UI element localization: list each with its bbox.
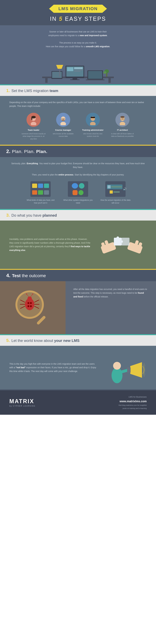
svg-point-58: [28, 305, 29, 307]
svg-marker-20: [56, 65, 63, 69]
step5-header: 5. Let the world know about your new LMS: [0, 335, 156, 346]
integration-icon-4: [78, 190, 84, 195]
svg-marker-73: [130, 362, 142, 378]
step5-title: Let the world know about your new LMS: [12, 338, 80, 343]
svg-point-50: [120, 240, 123, 243]
data-icon-4: [32, 190, 37, 195]
svg-rect-2: [108, 78, 111, 83]
member-desc-it: to deal with all those tables of data as…: [110, 132, 135, 138]
member-title-trainer: Training administrator: [80, 128, 105, 132]
step2-body: Seriously, plan. Everything. You need to…: [0, 157, 156, 209]
step2-number: 2.: [6, 148, 10, 154]
integration-icon-3: [72, 190, 78, 195]
svg-rect-13: [86, 80, 104, 80]
banner-title: LMS MIGRATION: [49, 5, 107, 13]
svg-rect-9: [74, 70, 83, 70]
footer-website: www.matrixlms.com: [118, 399, 147, 404]
team-member-leader: Team leader someone who'll know exactly …: [21, 113, 46, 140]
svg-point-47: [116, 236, 119, 239]
team-grid: Team leader someone who'll know exactly …: [9, 113, 147, 140]
step1-description: Depending on the size of your company an…: [9, 100, 147, 108]
intro-line1: Sooner or later all businesses that use …: [19, 30, 137, 34]
plan-item-migration-label: How the actual migration of the data wil…: [100, 199, 131, 204]
svg-point-68: [26, 294, 27, 294]
svg-point-57: [30, 302, 32, 304]
header-subtitle: IN 5 EASY STEPS: [3, 16, 153, 22]
step3-text: Inevitably, new problems and unplanned i…: [9, 238, 90, 252]
avatar-it: [116, 113, 130, 127]
step3-para: Inevitably, new problems and unplanned i…: [9, 238, 90, 252]
step4-para: After all the data migration has occurre…: [73, 288, 148, 298]
svg-rect-10: [74, 71, 80, 72]
step5-text: This is the day you high-five with every…: [9, 362, 97, 373]
svg-point-69: [32, 294, 33, 294]
member-title-leader: Team leader: [21, 128, 46, 132]
step5-body: This is the day you high-five with every…: [0, 346, 156, 390]
svg-point-35: [120, 122, 125, 125]
svg-point-22: [31, 122, 36, 125]
plan-item-data: What kinds of data you have, and how you…: [25, 181, 56, 204]
step1-title: Set the LMS migration team: [12, 88, 58, 93]
svg-point-55: [28, 296, 32, 301]
logo-main: MATRIX: [9, 398, 36, 404]
step1-body: Depending on the size of your company an…: [0, 96, 156, 145]
integration-icon-1: [72, 183, 78, 188]
svg-rect-74: [127, 367, 130, 372]
footer-right: LMS for Businesses www.matrixlms.com Vis…: [118, 395, 147, 410]
intro-section: Sooner or later all businesses that use …: [0, 25, 156, 53]
footer-logo: MATRIX by CYPHER LEARNING: [9, 398, 36, 407]
step3-title: Do what you have planned: [12, 213, 57, 218]
svg-rect-24: [31, 118, 32, 120]
megaphone-illustration: [103, 350, 147, 385]
member-title-it: IT architect: [110, 128, 135, 132]
member-title-manager: Course manager: [51, 128, 76, 132]
step4-number: 4.: [6, 273, 10, 278]
svg-rect-53: [36, 315, 46, 325]
svg-rect-7: [67, 67, 73, 71]
plan-item-integrations-label: What other system integrations you need: [62, 199, 94, 204]
subtitle-pre: IN: [50, 16, 59, 22]
data-icon-1: [32, 184, 37, 188]
logo-sub: by CYPHER LEARNING: [9, 405, 36, 407]
data-icon-6: [44, 190, 49, 195]
header-section: LMS MIGRATION IN 5 EASY STEPS: [0, 0, 156, 25]
magnify-illustration: [0, 281, 66, 334]
step2-para1: Seriously, plan. Everything. You need to…: [9, 162, 147, 169]
step4-text: After all the data migration has occurre…: [66, 281, 156, 334]
plan-item-data-box: [30, 181, 51, 197]
puzzle-illustration: [97, 225, 147, 264]
footer: MATRIX by CYPHER LEARNING LMS for Busine…: [0, 390, 156, 414]
data-icon-2: [38, 184, 43, 188]
intro-line4: Here are five steps you could follow for…: [19, 45, 137, 48]
step5-para: This is the day you high-five with every…: [9, 362, 97, 373]
svg-point-59: [30, 305, 32, 307]
svg-point-18: [103, 71, 106, 74]
svg-rect-19: [59, 68, 60, 76]
svg-rect-33: [91, 117, 95, 118]
team-member-manager: Course manager who knows all the availab…: [51, 113, 76, 140]
data-icon-5: [38, 190, 43, 195]
step2-para2: Then, you need to plan the entire proces…: [9, 173, 147, 177]
svg-point-70: [112, 368, 122, 383]
member-desc-leader: someone who'll know exactly at what stag…: [21, 132, 46, 140]
svg-point-30: [62, 120, 65, 121]
svg-point-26: [60, 122, 66, 125]
step2-title: Plan. Plan. Plan.: [12, 149, 48, 154]
step1-number: 1.: [6, 88, 10, 93]
svg-rect-8: [74, 67, 83, 69]
member-desc-manager: who knows all the available course data: [51, 132, 76, 138]
plan-icons-grid: What kinds of data you have, and how you…: [9, 181, 147, 204]
svg-point-56: [28, 302, 29, 304]
svg-rect-15: [52, 72, 62, 78]
avatar-manager: [56, 113, 70, 127]
step3-number: 3.: [6, 213, 10, 218]
intro-line2: employees need to migrate to a new and i…: [19, 34, 137, 38]
avatar-trainer: [86, 113, 100, 127]
svg-point-71: [113, 362, 121, 370]
svg-rect-6: [70, 80, 80, 80]
footer-tagline: LMS for Businesses: [118, 395, 147, 399]
plan-item-migration: 🔊 How the actual migration of the data w…: [100, 181, 131, 204]
step2-header: 2. Plan. Plan. Plan.: [0, 146, 156, 157]
step3-header: 3. Do what you have planned: [0, 210, 156, 220]
svg-rect-5: [72, 78, 77, 80]
